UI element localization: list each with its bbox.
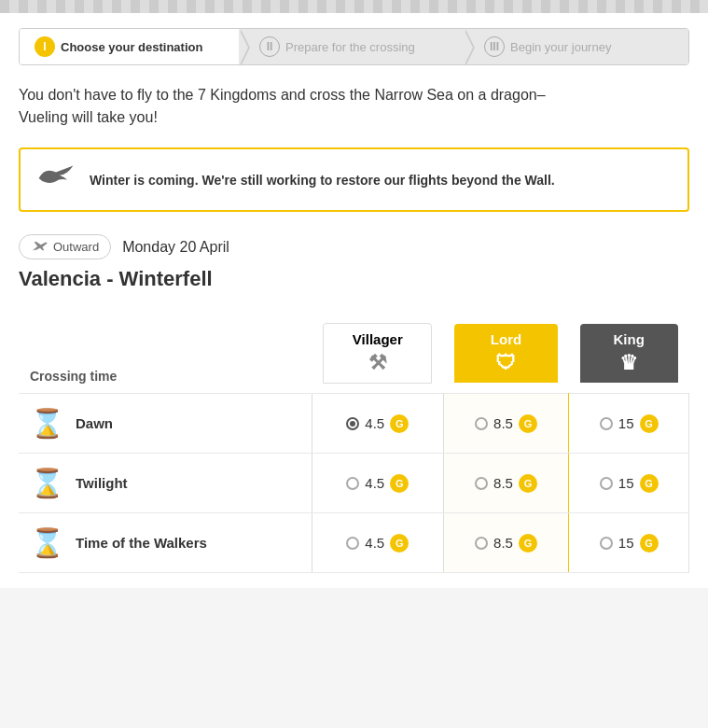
price-cell-2[interactable]: 15 G [569, 454, 689, 513]
price-value: 8.5 [493, 535, 513, 551]
step-2-number: II [259, 36, 280, 57]
outward-badge: Outward [19, 234, 111, 259]
radio-button[interactable] [475, 477, 488, 490]
price-cell-0[interactable]: 4.5 G [312, 454, 443, 513]
tagline-text: You don't have to fly to the 7 Kingdoms … [19, 84, 689, 129]
table-row: ⌛ Twilight 4.5 G 8.5 G 15 G [19, 454, 689, 513]
outward-label: Outward [53, 240, 99, 254]
price-cell-2[interactable]: 15 G [569, 513, 689, 573]
coin-icon: G [390, 534, 409, 553]
hourglass-icon: ⌛ [30, 526, 64, 559]
coin-icon: G [390, 474, 409, 493]
notice-message: Winter is coming. We're still working to… [90, 173, 555, 188]
price-cell-0[interactable]: 4.5 G [312, 394, 443, 454]
villager-tools-icon: ⚒ [331, 351, 423, 375]
progress-steps: I Choose your destination II Prepare for… [19, 28, 689, 65]
price-value: 8.5 [493, 475, 513, 491]
radio-button[interactable] [346, 537, 359, 550]
price-cell-0[interactable]: 4.5 G [312, 513, 443, 573]
price-cell-1[interactable]: 8.5 G [443, 513, 569, 573]
radio-button[interactable] [346, 477, 359, 490]
crossing-time-header: Crossing time [19, 314, 312, 394]
radio-button[interactable] [475, 537, 488, 550]
lord-tier-name: Lord [462, 331, 550, 347]
outward-date: Monday 20 April [122, 239, 229, 256]
time-name: Time of the Walkers [76, 535, 207, 551]
time-name: Twilight [76, 475, 128, 491]
step-2[interactable]: II Prepare for the crossing [239, 29, 464, 64]
step-1-number: I [35, 36, 55, 57]
price-value: 4.5 [365, 415, 384, 431]
villager-header: Villager ⚒ [312, 314, 443, 394]
step-2-label: Prepare for the crossing [285, 40, 415, 54]
price-value: 8.5 [493, 415, 513, 431]
king-header: King ♛ [569, 314, 689, 394]
price-value: 15 [618, 475, 634, 491]
step-3-number: III [484, 36, 505, 57]
route-title: Valencia - Winterfell [19, 267, 689, 291]
coin-icon: G [390, 414, 409, 433]
radio-button[interactable] [346, 417, 359, 430]
top-decorative-border [0, 0, 708, 13]
step-1[interactable]: I Choose your destination [20, 29, 239, 64]
price-value: 15 [618, 535, 634, 551]
table-row: ⌛ Dawn 4.5 G 8.5 G 15 G [19, 394, 689, 454]
radio-button[interactable] [600, 537, 613, 550]
price-cell-1[interactable]: 8.5 G [443, 394, 569, 454]
lord-shield-icon: 🛡 [462, 351, 550, 375]
price-value: 4.5 [365, 475, 384, 491]
price-value: 15 [618, 415, 634, 431]
price-value: 4.5 [365, 535, 384, 551]
coin-icon: G [640, 474, 659, 493]
hourglass-icon: ⌛ [30, 407, 64, 440]
hourglass-icon: ⌛ [30, 467, 64, 499]
coin-icon: G [640, 414, 659, 433]
time-cell: ⌛ Dawn [19, 394, 312, 454]
coin-icon: G [519, 534, 537, 553]
radio-button[interactable] [475, 417, 488, 430]
lord-header: Lord 🛡 [443, 314, 569, 394]
radio-button[interactable] [600, 477, 613, 490]
table-row: ⌛ Time of the Walkers 4.5 G 8.5 G 15 G [19, 513, 689, 573]
villager-tier-name: Villager [331, 331, 423, 347]
outward-section: Outward Monday 20 April [19, 234, 689, 259]
king-crown-icon: ♛ [588, 351, 671, 375]
coin-icon: G [640, 534, 659, 553]
coin-icon: G [519, 414, 537, 433]
time-cell: ⌛ Twilight [19, 454, 312, 513]
bird-icon [37, 162, 75, 197]
price-cell-2[interactable]: 15 G [569, 394, 689, 454]
time-cell: ⌛ Time of the Walkers [19, 513, 312, 573]
step-3[interactable]: III Begin your journey [464, 29, 688, 64]
price-cell-1[interactable]: 8.5 G [443, 454, 569, 513]
radio-button[interactable] [600, 417, 613, 430]
main-container: I Choose your destination II Prepare for… [0, 13, 708, 588]
notice-box: Winter is coming. We're still working to… [19, 147, 689, 212]
king-tier-name: King [588, 331, 671, 347]
outward-plane-icon [31, 239, 48, 255]
step-3-label: Begin your journey [510, 40, 611, 54]
time-name: Dawn [76, 415, 113, 431]
coin-icon: G [519, 474, 537, 493]
step-1-label: Choose your destination [61, 40, 202, 54]
flight-table: Crossing time Villager ⚒ Lord 🛡 [19, 314, 689, 573]
